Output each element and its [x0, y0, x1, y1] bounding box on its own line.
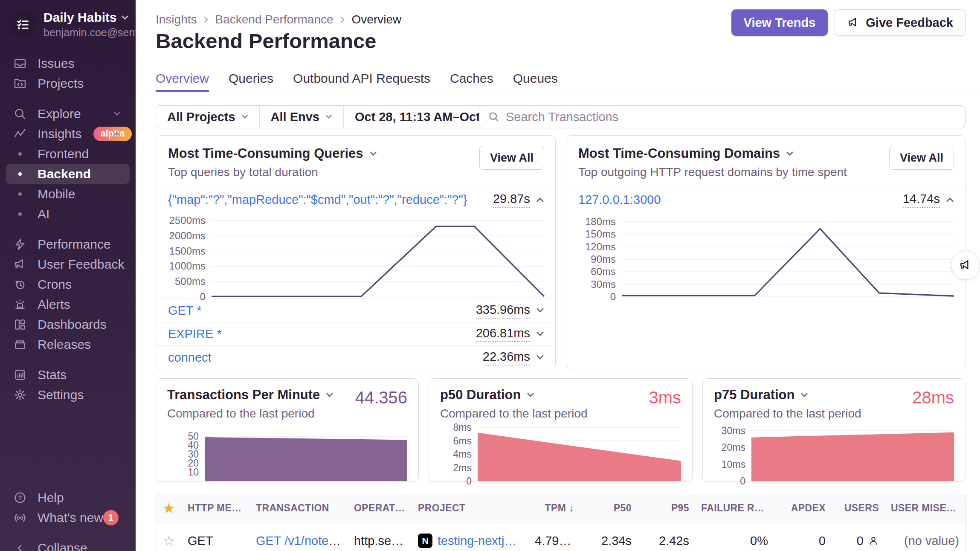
sidebar-item-frontend[interactable]: Frontend [0, 144, 136, 164]
sidebar-item-backend[interactable]: Backend [6, 164, 130, 184]
user-misery-cell: (no value) [885, 534, 965, 548]
org-name: Daily Habits [43, 10, 117, 25]
bullet-dot [18, 212, 22, 216]
chevron-up-icon[interactable] [946, 197, 954, 203]
sidebar-item-user-feedback[interactable]: User Feedback [0, 254, 136, 274]
transaction-link[interactable]: GET /v1/notes/t… [256, 534, 348, 548]
search-input[interactable] [506, 110, 957, 124]
domain-row: 127.0.0.1:3000 14.74s [566, 188, 965, 212]
query-link[interactable]: {"map":"?","mapReduce":"$cmd","out":"?",… [168, 193, 467, 207]
col-user-misery[interactable]: USER MISERY [885, 502, 965, 514]
breadcrumb-backend-performance[interactable]: Backend Performance [215, 13, 333, 26]
chevron-down-icon[interactable] [536, 308, 544, 313]
bullet-dot [18, 192, 22, 196]
tab-outbound-api-requests[interactable]: Outbound API Requests [293, 67, 430, 92]
query-duration: 335.96ms [476, 303, 530, 319]
tab-caches[interactable]: Caches [450, 67, 493, 92]
p50-chart: 8ms6ms4ms2ms0 [440, 420, 681, 481]
org-switcher[interactable]: Daily Habits benjamin.coe@sent… [0, 0, 136, 47]
col-p50[interactable]: P50 [580, 502, 638, 514]
operation-cell: http.server [348, 534, 412, 548]
queries-view-all-button[interactable]: View All [479, 146, 544, 170]
sort-arrow-icon: ↓ [569, 502, 574, 513]
p50-card-title: p50 Duration [440, 387, 521, 403]
feedback-fab-button[interactable] [951, 251, 980, 280]
sidebar-item-whats-new[interactable]: What's new 1 [0, 508, 136, 528]
query-link[interactable]: connect [168, 351, 212, 365]
star-toggle-icon[interactable]: ☆ [163, 533, 175, 548]
insights-icon [13, 127, 27, 141]
tab-queues[interactable]: Queues [513, 67, 558, 92]
sidebar-item-issues[interactable]: Issues [0, 53, 136, 73]
chevron-up-icon[interactable] [536, 197, 544, 203]
sidebar-item-performance[interactable]: Performance [0, 234, 136, 254]
tpm-chart-plot [205, 427, 407, 481]
col-apdex[interactable]: APDEX [774, 502, 832, 514]
p50-chart-plot [478, 427, 681, 481]
sidebar-item-explore[interactable]: Explore [0, 104, 136, 124]
project-filter[interactable]: All Projects [156, 106, 259, 128]
star-icon[interactable]: ★ [163, 501, 174, 515]
col-users[interactable]: USERS [832, 502, 885, 514]
chevron-down-icon[interactable] [786, 151, 794, 156]
sidebar-item-ai[interactable]: AI [0, 204, 136, 224]
user-icon [868, 535, 879, 546]
breadcrumb-insights[interactable]: Insights [156, 13, 197, 26]
org-logo [10, 12, 36, 38]
explore-icon [13, 107, 27, 121]
tpm-card-subtitle: Compared to the last period [167, 407, 333, 420]
transactions-table: ★ HTTP METHOD TRANSACTION OPERATION PROJ… [156, 494, 966, 551]
sidebar-item-stats[interactable]: Stats [0, 365, 136, 385]
sidebar-item-alerts[interactable]: Alerts [0, 294, 136, 314]
col-tpm[interactable]: TPM ↓ [529, 502, 580, 514]
sidebar-item-crons[interactable]: Crons [0, 274, 136, 294]
col-failure-rate[interactable]: FAILURE RATE [695, 502, 774, 514]
col-p95[interactable]: P95 [638, 502, 695, 514]
view-trends-button[interactable]: View Trends [731, 9, 828, 36]
environment-filter[interactable]: All Envs [259, 106, 343, 128]
domains-view-all-button[interactable]: View All [889, 146, 954, 170]
chevron-down-icon[interactable] [326, 393, 333, 397]
tpm-cell: 4.79/min [529, 534, 580, 548]
chevron-down-icon[interactable] [369, 151, 377, 156]
tpm-value: 44.356 [355, 388, 407, 407]
sidebar-item-mobile[interactable]: Mobile [0, 184, 136, 204]
tab-overview[interactable]: Overview [156, 67, 209, 92]
checklist-icon [15, 17, 31, 32]
query-row: connect 22.36ms [156, 345, 555, 369]
p75-chart-yaxis: 30ms20ms10ms0 [714, 427, 751, 481]
queries-chart-yaxis: 2500ms2000ms1500ms1000ms500ms0 [156, 218, 212, 297]
p50-card: p50 Duration Compared to the last period… [429, 378, 693, 482]
sidebar-item-insights[interactable]: Insights alpha [0, 124, 136, 144]
sidebar-item-projects[interactable]: Projects [0, 73, 136, 93]
chevron-down-icon[interactable] [800, 393, 808, 397]
chevron-down-icon[interactable] [536, 331, 544, 336]
col-operation[interactable]: OPERATION [348, 502, 412, 514]
p50-cell: 2.34s [580, 534, 638, 548]
issues-icon [13, 57, 27, 70]
tab-queries[interactable]: Queries [229, 67, 273, 92]
domain-link[interactable]: 127.0.0.1:3000 [578, 193, 661, 207]
query-link[interactable]: EXPIRE * [168, 327, 222, 341]
sidebar-item-settings[interactable]: Settings [0, 385, 136, 405]
sidebar-collapse-button[interactable]: Collapse [0, 538, 136, 551]
projects-icon [13, 77, 27, 90]
chevron-down-icon[interactable] [536, 355, 544, 360]
queries-chart: 2500ms2000ms1500ms1000ms500ms0 [156, 212, 555, 297]
col-project[interactable]: PROJECT [412, 502, 529, 514]
p50-card-subtitle: Compared to the last period [440, 407, 588, 420]
releases-icon [13, 338, 27, 351]
project-link[interactable]: testing-nextj… [438, 534, 516, 548]
tpm-card-title: Transactions Per Minute [167, 387, 320, 403]
query-link[interactable]: GET * [168, 304, 201, 318]
chevron-down-icon[interactable] [527, 393, 534, 397]
sidebar-item-help[interactable]: ? Help [0, 487, 136, 508]
sidebar-item-releases[interactable]: Releases [0, 334, 136, 354]
col-transaction[interactable]: TRANSACTION [250, 502, 348, 514]
col-http-method[interactable]: HTTP METHOD [182, 502, 250, 514]
svg-text:?: ? [18, 494, 22, 501]
sidebar-item-dashboards[interactable]: Dashboards [0, 314, 136, 334]
main-content: Insights Backend Performance Overview Vi… [136, 0, 980, 551]
give-feedback-button[interactable]: Give Feedback [835, 9, 966, 36]
domains-chart: 180ms150ms120ms90ms60ms30ms0 [566, 212, 965, 297]
